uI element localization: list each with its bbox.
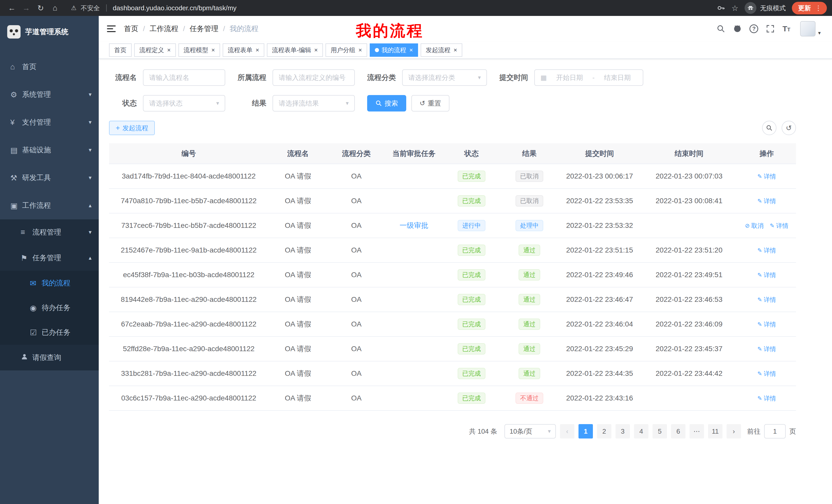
page-button[interactable]: 6	[671, 424, 685, 439]
sidebar-item-home[interactable]: ⌂ 首页	[0, 53, 99, 81]
tab[interactable]: 流程表单-编辑×	[267, 44, 323, 57]
collapse-sidebar-icon[interactable]	[107, 25, 116, 32]
action-label: 详情	[776, 222, 788, 230]
chevron-down-icon: ▾	[89, 174, 92, 181]
detail-action-link[interactable]: ✎详情	[757, 370, 776, 378]
update-button[interactable]: 更新 ⋮	[792, 2, 827, 15]
sidebar-item-task-management[interactable]: ⚑ 任务管理 ▴	[0, 245, 99, 271]
submit-time-range-picker[interactable]: ▦ 开始日期 - 结束日期	[534, 69, 643, 86]
bookmark-star-icon[interactable]: ☆	[731, 4, 738, 12]
tab-close-icon[interactable]: ×	[167, 47, 171, 53]
tab[interactable]: 首页	[109, 44, 132, 57]
placeholder: 请选择流结果	[279, 99, 319, 108]
sidebar-item-workflow[interactable]: ▣ 工作流程 ▴	[0, 192, 99, 219]
page-button[interactable]: 11	[708, 424, 723, 439]
table-row: 7470a810-7b9b-11ec-b5b7-acde48001122OA 请…	[109, 189, 796, 213]
page-button[interactable]: 5	[653, 424, 667, 439]
browser-menu-icon[interactable]: ⋮	[815, 4, 822, 12]
detail-action-link[interactable]: ✎详情	[757, 246, 776, 255]
forward-icon[interactable]: →	[20, 2, 33, 14]
detail-action-link[interactable]: ✎详情	[757, 197, 776, 205]
tab-close-icon[interactable]: ×	[211, 47, 215, 53]
workflow-icon: ▣	[10, 201, 22, 210]
avatar[interactable]	[800, 21, 815, 36]
next-page-button[interactable]: ›	[727, 424, 741, 439]
github-icon[interactable]	[733, 24, 742, 33]
tab[interactable]: 流程表单×	[223, 44, 264, 57]
sidebar-item-system[interactable]: ⚙ 系统管理 ▾	[0, 81, 99, 108]
table-row: ec45f38f-7b9a-11ec-b03b-acde48001122OA 请…	[109, 262, 796, 287]
detail-action-link[interactable]: ✎详情	[757, 271, 776, 279]
breadcrumb-item[interactable]: 任务管理	[190, 24, 218, 34]
back-icon[interactable]: ←	[5, 2, 19, 14]
status-select[interactable]: 请选择状态 ▾	[143, 95, 225, 111]
edit-icon: ✎	[770, 222, 774, 229]
page-ellipsis[interactable]: ⋯	[690, 424, 704, 439]
tab[interactable]: 发起流程×	[421, 44, 462, 57]
cell-category: OA	[328, 213, 385, 238]
current-task-link[interactable]: 一级审批	[399, 221, 428, 229]
breadcrumb-item[interactable]: 工作流程	[150, 24, 178, 34]
search-icon[interactable]	[717, 24, 725, 33]
browser-home-icon[interactable]: ⌂	[48, 2, 62, 14]
detail-action-link[interactable]: ✎详情	[757, 345, 776, 353]
cell-process-name: OA 请假	[268, 386, 328, 411]
workflow-submenu: ≡ 流程管理 ▾ ⚑ 任务管理 ▴ ✉ 我的流程 ◉ 待办任务	[0, 219, 99, 370]
tab[interactable]: 流程定义×	[134, 44, 176, 57]
font-size-icon[interactable]: TT	[782, 25, 790, 33]
address-bar[interactable]: ⚠ 不安全 dashboard.yudao.iocoder.cn/bpm/tas…	[71, 4, 237, 12]
page-button[interactable]: 2	[597, 424, 612, 439]
jump-page-input[interactable]: 1	[764, 424, 786, 439]
tab-close-icon[interactable]: ×	[256, 47, 259, 53]
sidebar-item-devtools[interactable]: ⚒ 研发工具 ▾	[0, 164, 99, 192]
sidebar-item-payment[interactable]: ¥ 支付管理 ▾	[0, 108, 99, 136]
breadcrumb-item[interactable]: 首页	[124, 24, 138, 34]
tab-close-icon[interactable]: ×	[358, 47, 362, 53]
page-size-select[interactable]: 10条/页 ▾	[504, 424, 556, 439]
start-process-button[interactable]: + 发起流程	[109, 121, 155, 135]
sidebar-item-leave-query[interactable]: 请假查询	[0, 345, 99, 370]
detail-action-link[interactable]: ✎详情	[757, 394, 776, 402]
tab[interactable]: 用户分组×	[326, 44, 367, 57]
detail-action-link[interactable]: ✎详情	[757, 296, 776, 304]
sidebar-item-todo-tasks[interactable]: ◉ 待办任务	[0, 296, 99, 320]
sidebar-item-my-process[interactable]: ✉ 我的流程	[0, 271, 99, 296]
action-label: 详情	[763, 172, 776, 180]
cancel-action-link[interactable]: ⊘取消	[745, 222, 763, 230]
tab[interactable]: 流程模型×	[178, 44, 220, 57]
tab-close-icon[interactable]: ×	[409, 47, 413, 53]
tab-label: 流程定义	[139, 46, 164, 54]
key-icon[interactable]	[717, 4, 725, 12]
sidebar-item-done-tasks[interactable]: ☑ 已办任务	[0, 320, 99, 345]
process-name-input[interactable]: 请输入流程名	[143, 69, 225, 86]
sidebar-item-process-management[interactable]: ≡ 流程管理 ▾	[0, 219, 99, 245]
tab-close-icon[interactable]: ×	[314, 47, 318, 53]
process-category-select[interactable]: 请选择流程分类 ▾	[402, 69, 487, 86]
result-tag: 不通过	[516, 393, 543, 404]
toggle-search-icon[interactable]	[762, 121, 777, 135]
refresh-icon[interactable]: ↺	[782, 121, 796, 135]
help-icon[interactable]: ?	[750, 24, 758, 33]
detail-action-link[interactable]: ✎详情	[770, 222, 788, 230]
tab-close-icon[interactable]: ×	[453, 47, 457, 53]
tab-label: 用户分组	[331, 46, 355, 54]
app-logo[interactable]: 芋道管理系统	[0, 16, 99, 48]
detail-action-link[interactable]: ✎详情	[757, 320, 776, 329]
cell-submit-time: 2022-01-22 23:45:29	[558, 337, 641, 361]
reload-icon[interactable]: ↻	[34, 2, 47, 14]
process-definition-input[interactable]: 请输入流程定义的编号	[272, 69, 355, 86]
page-button[interactable]: 4	[634, 424, 648, 439]
detail-action-link[interactable]: ✎详情	[757, 172, 776, 180]
sidebar-item-infrastructure[interactable]: ▤ 基础设施 ▾	[0, 136, 99, 164]
search-button[interactable]: 搜索	[367, 95, 406, 111]
page-button[interactable]: 1	[578, 424, 593, 439]
page-button[interactable]: 3	[616, 424, 630, 439]
reset-button[interactable]: ↺ 重置	[411, 95, 449, 111]
tab[interactable]: 我的流程×	[370, 44, 418, 57]
jump-suffix: 页	[789, 427, 796, 436]
prev-page-button[interactable]: ‹	[560, 424, 574, 439]
result-select[interactable]: 请选择流结果 ▾	[272, 95, 355, 111]
user-menu[interactable]: ▾	[800, 21, 821, 36]
fullscreen-icon[interactable]	[766, 24, 775, 33]
filter-process-category: 流程分类 请选择流程分类 ▾	[367, 69, 487, 86]
